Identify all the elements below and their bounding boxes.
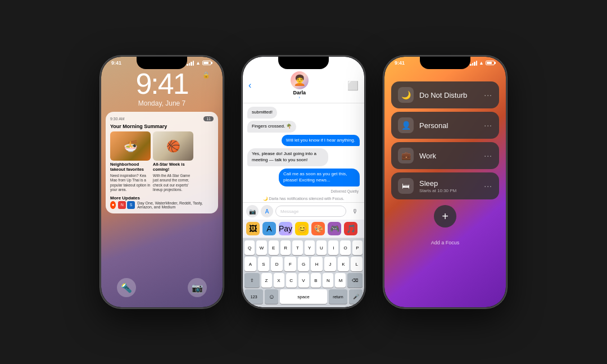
work-icon: 💼 bbox=[398, 148, 414, 163]
sleep-text: Sleep Starts at 10:30 PM bbox=[419, 179, 478, 193]
key-l[interactable]: L bbox=[351, 257, 363, 271]
key-o[interactable]: O bbox=[340, 240, 350, 255]
key-j[interactable]: J bbox=[324, 257, 336, 271]
apps-button[interactable]: A bbox=[261, 205, 273, 217]
memoji-icon[interactable]: 😊 bbox=[295, 222, 309, 235]
wifi-icon-1: ▲ bbox=[196, 60, 201, 66]
more-text: Day One, WaterMinder, Reddit, Tasty, Ama… bbox=[137, 201, 214, 209]
work-options-button[interactable]: ··· bbox=[484, 151, 492, 160]
lockscreen-bottom: 🔦 📷 bbox=[101, 278, 223, 297]
key-s[interactable]: S bbox=[258, 257, 270, 271]
add-focus-button[interactable]: + bbox=[434, 205, 456, 228]
reddit-icon: ● bbox=[110, 201, 116, 209]
add-focus-label: Add a Focus bbox=[431, 240, 460, 245]
back-button[interactable]: ‹ bbox=[248, 80, 251, 90]
shift-key[interactable]: ⇧ bbox=[244, 273, 260, 288]
key-v[interactable]: V bbox=[298, 273, 309, 288]
bar-4 bbox=[193, 61, 194, 66]
news-icon-1: N bbox=[118, 201, 126, 209]
number-key[interactable]: 123 bbox=[244, 289, 263, 304]
message-bubble-0: submitted! bbox=[247, 107, 277, 119]
focus-item-work[interactable]: 💼 Work ··· bbox=[391, 142, 499, 169]
key-r[interactable]: R bbox=[280, 240, 291, 255]
focus-item-dnd[interactable]: 🌙 Do Not Disturb ··· bbox=[391, 81, 499, 108]
personal-icon: 👤 bbox=[398, 117, 414, 133]
flashlight-button[interactable]: 🔦 bbox=[117, 278, 136, 297]
dnd-name: Do Not Disturb bbox=[419, 91, 478, 99]
sports-emoji: 🏀 bbox=[153, 131, 193, 161]
key-z[interactable]: Z bbox=[261, 273, 272, 288]
message-input-bar: 📷 A Message 🎙 bbox=[243, 202, 364, 220]
sleep-name: Sleep bbox=[419, 179, 478, 188]
audio-input-button[interactable]: 🎙 bbox=[348, 205, 361, 217]
key-a[interactable]: A bbox=[244, 257, 256, 271]
item2-title: All-Star Week is coming! bbox=[153, 162, 193, 172]
key-b[interactable]: B bbox=[311, 273, 321, 288]
message-bubble-3: Yes, please do! Just going into a meetin… bbox=[247, 148, 328, 166]
gamecontroller-icon[interactable]: 🎮 bbox=[328, 222, 341, 235]
message-bubble-2: Will let you know if I hear anything. bbox=[282, 135, 360, 147]
news-icons: N S bbox=[118, 201, 135, 209]
contact-chevron-icon: › bbox=[291, 95, 309, 99]
key-e[interactable]: E bbox=[269, 240, 279, 255]
news-icon-2: S bbox=[127, 201, 135, 209]
sleep-subtitle: Starts at 10:30 PM bbox=[419, 188, 478, 193]
key-q[interactable]: Q bbox=[244, 240, 255, 255]
camera-attachment-button[interactable]: 📷 bbox=[246, 205, 259, 217]
mic-key[interactable]: 🎤 bbox=[349, 289, 363, 304]
key-w[interactable]: W bbox=[256, 240, 266, 255]
personal-options-button[interactable]: ··· bbox=[484, 121, 492, 130]
dnd-options-button[interactable]: ··· bbox=[484, 90, 492, 99]
food-image: 🍜 bbox=[110, 131, 151, 161]
key-m[interactable]: M bbox=[335, 273, 346, 288]
emoji-key[interactable]: ☺ bbox=[265, 289, 278, 304]
space-key[interactable]: space bbox=[280, 289, 327, 304]
key-f[interactable]: F bbox=[284, 257, 296, 271]
dnd-text: Do Not Disturb bbox=[419, 91, 478, 99]
camera-button[interactable]: 📷 bbox=[188, 278, 207, 297]
key-u[interactable]: U bbox=[316, 240, 327, 255]
delete-key[interactable]: ⌫ bbox=[347, 273, 363, 288]
notif-header: 9:30 AM 11 bbox=[110, 116, 214, 121]
appstore-icon[interactable]: A bbox=[262, 222, 276, 235]
status-icons-1: ▲ bbox=[187, 60, 212, 66]
phone-3-notch bbox=[420, 57, 470, 69]
focus-item-sleep[interactable]: 🛏 Sleep Starts at 10:30 PM ··· bbox=[391, 172, 499, 199]
contact-info[interactable]: 🧑‍🦱 Darla › bbox=[291, 71, 309, 99]
key-p[interactable]: P bbox=[352, 240, 363, 255]
video-call-button[interactable]: ⬜ bbox=[347, 80, 359, 91]
battery-icon-3 bbox=[486, 61, 496, 65]
key-k[interactable]: K bbox=[338, 257, 350, 271]
item1-text: Need inspiration? Kea Mao from Up Thai i… bbox=[110, 174, 151, 193]
stickers-icon[interactable]: 🎨 bbox=[311, 222, 325, 235]
food-emoji: 🍜 bbox=[110, 131, 151, 161]
lockscreen-date: Monday, June 7 bbox=[101, 99, 223, 107]
photos-app-icon[interactable]: 🖼 bbox=[246, 222, 260, 235]
focus-item-personal[interactable]: 👤 Personal ··· bbox=[391, 112, 499, 139]
key-g[interactable]: G bbox=[298, 257, 310, 271]
more-updates-title: More Updates bbox=[110, 195, 214, 201]
key-x[interactable]: X bbox=[274, 273, 284, 288]
key-c[interactable]: C bbox=[286, 273, 297, 288]
key-d[interactable]: D bbox=[271, 257, 283, 271]
key-y[interactable]: Y bbox=[305, 240, 315, 255]
key-t[interactable]: T bbox=[292, 240, 302, 255]
morning-summary-card[interactable]: 9:30 AM 11 Your Morning Summary 🍜 Neighb… bbox=[106, 112, 218, 213]
key-i[interactable]: I bbox=[328, 240, 338, 255]
key-h[interactable]: H bbox=[311, 257, 323, 271]
item1-title: Neighborhood takeout favorites bbox=[110, 162, 151, 172]
message-input[interactable]: Message bbox=[275, 206, 346, 217]
applepay-icon[interactable]: Pay bbox=[279, 222, 292, 235]
dnd-icon: 🌙 bbox=[398, 87, 414, 103]
personal-name: Personal bbox=[419, 121, 478, 130]
music-icon[interactable]: 🎵 bbox=[344, 222, 357, 235]
status-time-3: 9:41 bbox=[395, 60, 405, 66]
key-n[interactable]: N bbox=[323, 273, 333, 288]
sleep-options-button[interactable]: ··· bbox=[484, 181, 492, 190]
focus-screen: 9:41 ▲ bbox=[384, 57, 506, 307]
notif-title: Your Morning Summary bbox=[110, 124, 214, 129]
phone-1-notch bbox=[137, 57, 187, 69]
keyboard-row-1: Q W E R T Y U I O P bbox=[244, 240, 363, 255]
return-key[interactable]: return bbox=[329, 289, 347, 304]
notif-item-1: 🍜 Neighborhood takeout favorites Need in… bbox=[110, 131, 151, 193]
